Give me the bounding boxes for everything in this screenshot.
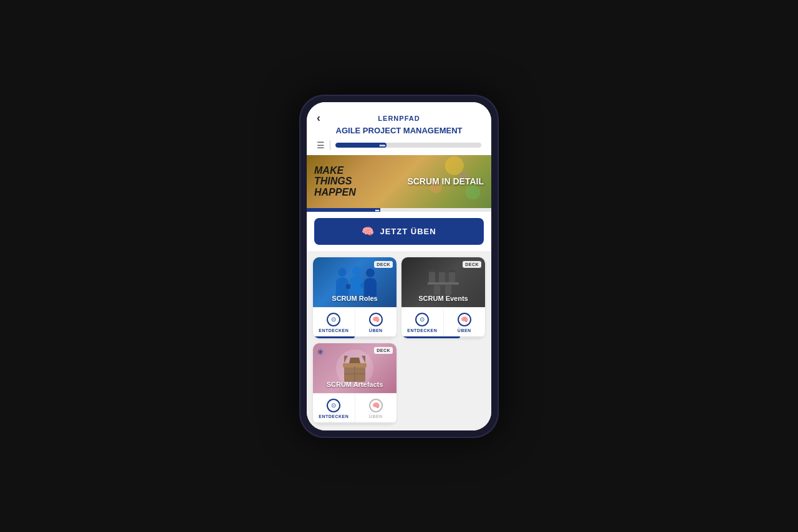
card-image-events[interactable]: DECK (401, 257, 485, 307)
hero-title-text: SCRUM IN DETAIL (407, 176, 484, 186)
single-card-row: DECK ✳ (313, 343, 485, 424)
nav-row: ‹ LERNPFAD (317, 115, 481, 122)
svg-rect-10 (439, 270, 445, 272)
card-action-ueben-events[interactable]: 🧠 ÜBEN (444, 308, 486, 336)
sub-progress-bar (307, 208, 491, 212)
card-scrum-events: DECK (401, 257, 485, 338)
top-bar: ‹ LERNPFAD AGILE PROJECT MANAGEMENT ☰ (307, 107, 491, 155)
card-progress-roles (313, 336, 397, 338)
card-action-ueben-artefacts: 🧠 ÜBEN (355, 394, 397, 422)
compass-icon-artefacts: ⊙ (327, 399, 340, 412)
card-progress-events (401, 336, 485, 338)
svg-rect-7 (439, 271, 445, 282)
svg-rect-13 (445, 285, 451, 295)
brain-icon-roles: 🧠 (369, 313, 383, 326)
card-actions-artefacts: ⊙ ENTDECKEN 🧠 ÜBEN (313, 393, 397, 422)
status-bar (307, 102, 491, 107)
deck-badge-roles: DECK (374, 261, 393, 268)
lernpfad-label: LERNPFAD (378, 115, 420, 122)
phone-screen: ‹ LERNPFAD AGILE PROJECT MANAGEMENT ☰ Ma… (307, 102, 491, 430)
card-action-entdecken-roles[interactable]: ⊙ ENTDECKEN (313, 308, 355, 336)
progress-row: ☰ (317, 140, 481, 150)
svg-rect-12 (434, 285, 440, 295)
svg-point-4 (366, 268, 375, 277)
hero-title-overlay: SCRUM IN DETAIL (407, 176, 484, 187)
svg-point-0 (338, 268, 347, 277)
cta-section: 🧠 JETZT ÜBEN (307, 212, 491, 251)
compass-icon-roles: ⊙ (327, 313, 340, 326)
card-action-entdecken-artefacts[interactable]: ⊙ ENTDECKEN (313, 394, 355, 422)
hero-banner: MakeThingsHappen SCRUM IN DETAIL (307, 155, 491, 208)
card-action-entdecken-events[interactable]: ⊙ ENTDECKEN (401, 308, 444, 336)
pin-icon-artefacts: ✳ (317, 347, 324, 357)
page-title: AGILE PROJECT MANAGEMENT (336, 126, 463, 135)
brain-icon: 🧠 (362, 226, 375, 237)
entdecken-label-events: ENTDECKEN (407, 328, 437, 333)
svg-rect-11 (449, 270, 455, 272)
brain-icon-artefacts: 🧠 (369, 399, 383, 412)
divider (330, 140, 330, 150)
cta-button-label: JETZT ÜBEN (380, 227, 436, 236)
hero-text-block: MakeThingsHappen (307, 160, 363, 203)
svg-point-2 (352, 267, 361, 275)
card-image-artefacts[interactable]: DECK ✳ (313, 343, 397, 393)
header-progress-fill (335, 143, 387, 148)
card-image-roles[interactable]: DECK (313, 257, 397, 307)
list-icon: ☰ (317, 140, 325, 150)
compass-icon-events: ⊙ (415, 313, 429, 326)
card-scrum-roles: DECK (313, 257, 397, 338)
sub-progress-fill (307, 208, 380, 212)
card-label-events: SCRUM Events (406, 295, 480, 302)
card-progress-fill-events (401, 336, 460, 338)
svg-rect-8 (449, 271, 455, 282)
back-button[interactable]: ‹ (317, 112, 320, 125)
brain-icon-events: 🧠 (458, 313, 471, 326)
svg-rect-9 (429, 270, 435, 272)
deck-badge-artefacts: DECK (374, 347, 393, 354)
svg-rect-5 (428, 282, 459, 285)
ueben-label-roles: ÜBEN (369, 328, 383, 333)
entdecken-label-artefacts: ENTDECKEN (319, 414, 349, 419)
card-progress-fill-roles (313, 336, 355, 338)
hero-make-text: MakeThingsHappen (314, 165, 356, 198)
phone-shell: ‹ LERNPFAD AGILE PROJECT MANAGEMENT ☰ Ma… (299, 95, 499, 438)
entdecken-label-roles: ENTDECKEN (319, 328, 349, 333)
card-action-ueben-roles[interactable]: 🧠 ÜBEN (355, 308, 397, 336)
jetzt-ueben-button[interactable]: 🧠 JETZT ÜBEN (314, 218, 484, 245)
svg-point-1 (346, 284, 351, 289)
ueben-label-artefacts: ÜBEN (369, 414, 383, 419)
svg-rect-6 (429, 271, 435, 282)
card-actions-events: ⊙ ENTDECKEN 🧠 ÜBEN (401, 307, 485, 336)
deck-badge-events: DECK (463, 261, 481, 268)
card-label-artefacts: SCRUM Artefacts (318, 381, 392, 388)
card-actions-roles: ⊙ ENTDECKEN 🧠 ÜBEN (313, 307, 397, 336)
cards-grid: DECK (313, 257, 485, 338)
card-label-roles: SCRUM Roles (318, 295, 392, 302)
ueben-label-events: ÜBEN (458, 328, 471, 333)
card-scrum-artefacts: DECK ✳ (313, 343, 397, 424)
card-progress-artefacts (313, 422, 397, 424)
header-progress-bar (335, 143, 481, 148)
cards-section: DECK (307, 251, 491, 430)
